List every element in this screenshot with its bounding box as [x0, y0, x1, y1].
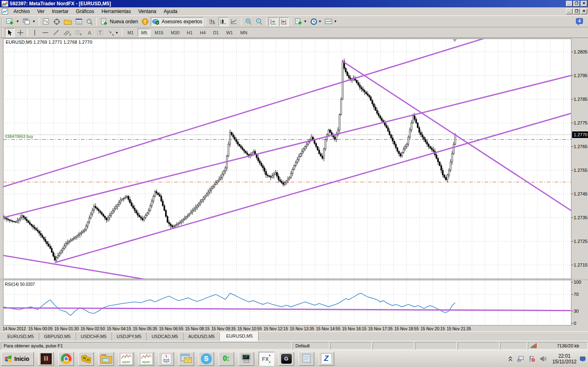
toolbar-grip[interactable] — [1, 18, 2, 26]
timeframe-button[interactable]: W1 — [223, 29, 236, 37]
profiles-button[interactable]: ▼ — [21, 17, 37, 26]
taskbar-clock[interactable]: 22:01 15/11/2012 — [552, 353, 577, 365]
line-chart-button[interactable] — [229, 17, 239, 26]
bar-chart-button[interactable] — [208, 17, 218, 26]
chart-tab[interactable]: EURUSD,M5 — [220, 331, 259, 341]
timeframe-button[interactable]: M5 — [138, 29, 150, 37]
minimize-button[interactable]: _ — [566, 1, 572, 7]
taskbar-item-timer[interactable]: 0: — [219, 352, 234, 366]
tray-network[interactable] — [517, 356, 524, 362]
trendline-tool-button[interactable] — [51, 28, 61, 37]
chart-shift-button[interactable] — [279, 17, 289, 26]
tray-expand-button[interactable] — [508, 356, 513, 362]
taskbar-item-gkey[interactable]: G — [279, 352, 294, 366]
timeframe-button[interactable]: M30 — [168, 29, 183, 37]
templates-button[interactable]: ▼ — [324, 17, 338, 26]
menu-item[interactable]: Archivo — [10, 8, 34, 15]
crosshair-tool-button[interactable] — [16, 28, 25, 37]
auto-scroll-button[interactable] — [268, 17, 278, 26]
periods-clock-icon — [310, 18, 317, 25]
zoom-out-button[interactable] — [254, 17, 264, 26]
restore-button[interactable]: ❐ — [573, 1, 580, 7]
taskbar-item-alpari-2[interactable]: alpari — [139, 352, 154, 366]
menu-item[interactable]: Herramientas — [98, 8, 134, 15]
menu-item[interactable]: Insertar — [48, 8, 72, 15]
timeframe-button[interactable]: H1 — [183, 29, 196, 37]
chart-tab[interactable]: EURUSD,M5 — [2, 333, 39, 340]
horizontal-line-tool-button[interactable] — [40, 28, 50, 37]
text-label-tool-button[interactable]: T — [95, 28, 105, 37]
timeframe-button[interactable]: D1 — [210, 29, 222, 37]
indicators-button[interactable]: ▼ — [293, 17, 308, 26]
taskbar-item-system-monitor[interactable] — [239, 352, 254, 366]
dropdown-arrow-icon: ▼ — [115, 31, 118, 35]
channel-tool-button[interactable]: E — [62, 28, 72, 37]
menu-item[interactable]: Ver — [34, 8, 48, 15]
chart-tab[interactable]: USDCAD,M5 — [147, 333, 183, 340]
start-button[interactable]: Inicio — [1, 352, 34, 366]
child-close-button[interactable]: ✕ — [581, 9, 587, 14]
taskbar-item-skype[interactable]: S — [199, 352, 214, 366]
bar-chart-icon — [209, 18, 217, 25]
taskbar-item-java[interactable] — [159, 352, 174, 366]
navigator-button[interactable] — [52, 17, 62, 26]
taskbar-item-file-manager[interactable] — [98, 352, 114, 366]
drawing-toolbar: E F A T ▼ M1 — [0, 28, 588, 38]
taskbar-item-game[interactable] — [78, 352, 94, 366]
new-order-icon — [100, 18, 108, 25]
periods-button[interactable]: ▼ — [309, 17, 323, 26]
horizontal-line-icon — [42, 29, 49, 36]
timeframe-button[interactable]: M1 — [124, 29, 137, 37]
chart-tab[interactable]: USDCHF,M5 — [76, 333, 112, 340]
terminal-button[interactable] — [63, 17, 73, 26]
tray-volume[interactable] — [540, 356, 547, 362]
show-desktop-icon — [580, 356, 586, 362]
taskbar-item-metatrader[interactable]: FX — [259, 352, 274, 366]
chart-window[interactable]: 1.28051.27951.27851.27751.27651.27551.27… — [0, 38, 588, 331]
taskbar-item-zapp[interactable]: Z — [319, 352, 334, 366]
svg-text:15 Nov 08:15: 15 Nov 08:15 — [185, 327, 210, 331]
svg-text:30: 30 — [574, 309, 579, 314]
close-button[interactable]: ✕ — [581, 1, 587, 7]
arrows-tool-button[interactable]: ▼ — [106, 28, 120, 37]
timeframe-button[interactable]: M15 — [151, 29, 166, 37]
fibonacci-tool-button[interactable]: F — [73, 28, 84, 37]
chart-window-icon[interactable] — [2, 8, 8, 15]
status-profile[interactable]: Default — [293, 342, 329, 349]
menu-item[interactable]: Gráficos — [72, 8, 98, 15]
chrome-icon — [61, 354, 72, 364]
cursor-tool-button[interactable] — [5, 28, 15, 37]
candlestick-chart-button[interactable] — [219, 17, 228, 26]
chart-tab[interactable]: GBPUSD,M5 — [39, 333, 76, 340]
menu-item[interactable]: Ayuda — [160, 8, 181, 15]
timeframe-button[interactable]: MN — [237, 29, 250, 37]
notifications-button[interactable]: 4 — [574, 17, 585, 27]
svg-text:EURUSD,M5 1.2769 1.2771 1.276: EURUSD,M5 1.2769 1.2771 1.2768 1.2770 — [6, 40, 92, 44]
timeframe-button[interactable]: H4 — [197, 29, 209, 37]
chart-tab[interactable]: USDJPY,M5 — [112, 333, 147, 340]
data-window-button[interactable] — [74, 17, 84, 26]
alerts-button[interactable] — [140, 17, 150, 26]
vertical-line-tool-button[interactable] — [30, 28, 40, 37]
chart-tab[interactable]: AUDUSD,M5 — [183, 333, 220, 340]
strategy-tester-button[interactable] — [85, 17, 94, 26]
tray-action-center[interactable] — [528, 356, 536, 362]
child-restore-button[interactable]: ❐ — [573, 9, 580, 14]
taskbar-item-chrome[interactable] — [58, 352, 74, 366]
expert-advisors-button[interactable]: Asesores expertos — [151, 17, 203, 26]
taskbar-item-lineage[interactable]: II — [38, 352, 54, 366]
menu-item[interactable]: Ventana — [134, 8, 160, 15]
new-chart-button[interactable]: ▼ — [5, 17, 20, 26]
market-watch-button[interactable] — [41, 17, 51, 26]
show-desktop-button[interactable] — [580, 352, 586, 366]
taskbar-item-alpari-1[interactable]: alpari — [118, 352, 134, 366]
toolbar-grip[interactable] — [1, 29, 2, 37]
new-order-button[interactable]: Nueva orden — [99, 17, 139, 26]
mail-icon — [180, 354, 192, 364]
child-minimize-button[interactable]: _ — [566, 9, 572, 14]
taskbar-item-notepad[interactable] — [299, 352, 314, 366]
price-chart[interactable]: 1.28051.27951.27851.27751.27651.27551.27… — [0, 38, 588, 331]
text-tool-button[interactable]: A — [85, 28, 94, 37]
taskbar-item-mail[interactable] — [179, 352, 194, 366]
zoom-in-button[interactable] — [244, 17, 253, 26]
